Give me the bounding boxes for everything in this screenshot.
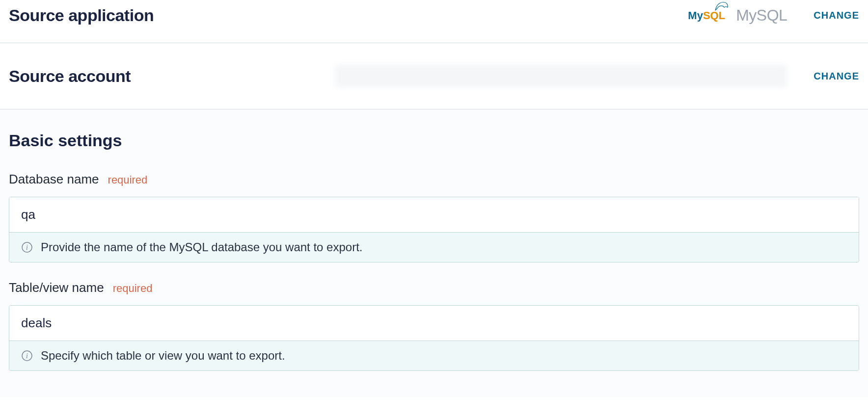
source-account-value-redacted (335, 65, 787, 87)
database-name-box: i Provide the name of the MySQL database… (9, 197, 859, 262)
dolphin-icon (714, 0, 729, 11)
source-account-heading: Source account (9, 67, 131, 86)
basic-settings-section: Basic settings Database name required i … (0, 109, 868, 397)
database-name-required-tag: required (108, 174, 148, 186)
source-account-right: CHANGE (335, 65, 859, 87)
database-name-help: i Provide the name of the MySQL database… (9, 232, 859, 262)
info-icon: i (21, 350, 33, 362)
source-application-row: Source application MySQL MySQL CHANGE (0, 0, 868, 43)
database-name-label: Database name (9, 172, 99, 187)
table-name-help-text: Specify which table or view you want to … (41, 349, 285, 363)
svg-text:i: i (26, 352, 28, 360)
source-application-right: MySQL MySQL CHANGE (688, 6, 859, 25)
table-name-label-row: Table/view name required (9, 280, 859, 295)
basic-settings-heading: Basic settings (9, 131, 859, 150)
info-icon: i (21, 241, 33, 253)
change-source-account-button[interactable]: CHANGE (796, 71, 859, 82)
database-name-field: Database name required i Provide the nam… (9, 172, 859, 262)
mysql-logo-my: My (688, 9, 703, 22)
table-name-help: i Specify which table or view you want t… (9, 341, 859, 370)
change-source-application-button[interactable]: CHANGE (796, 10, 859, 21)
table-name-field: Table/view name required i Specify which… (9, 280, 859, 371)
source-application-heading: Source application (9, 6, 154, 25)
source-application-name: MySQL (736, 6, 787, 25)
mysql-logo-icon: MySQL (688, 9, 727, 22)
table-name-required-tag: required (113, 282, 153, 295)
database-name-input[interactable] (9, 197, 859, 232)
database-name-label-row: Database name required (9, 172, 859, 187)
source-account-row: Source account CHANGE (0, 43, 868, 109)
table-name-label: Table/view name (9, 280, 104, 295)
table-name-box: i Specify which table or view you want t… (9, 305, 859, 371)
svg-text:i: i (26, 244, 28, 251)
table-name-input[interactable] (9, 306, 859, 341)
database-name-help-text: Provide the name of the MySQL database y… (41, 240, 363, 254)
